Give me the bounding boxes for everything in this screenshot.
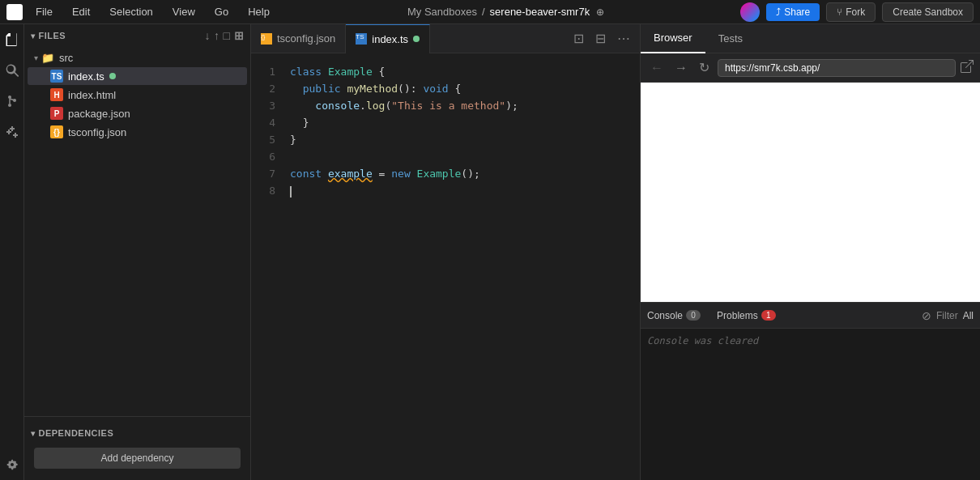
share-icon: ⤴ [776, 6, 781, 18]
file-name-index-html: index.html [68, 89, 116, 101]
console-pane: Console 0 Problems 1 ⊘ Filter All Consol… [641, 302, 980, 480]
tab-json-icon: {} [261, 33, 272, 45]
url-bar[interactable] [718, 59, 956, 77]
deps-chevron: ▾ [31, 429, 36, 438]
sandbox-name: serene-beaver-smr7k [490, 6, 590, 18]
file-name-package-json: package.json [68, 108, 130, 120]
tab-index-ts[interactable]: TS index.ts [346, 24, 430, 53]
split-editor-button[interactable]: ⊡ [570, 29, 587, 48]
code-line-4: } [290, 114, 640, 131]
code-content[interactable]: class Example { public myMethod(): void … [283, 53, 640, 480]
browser-pane: ← → ↻ [641, 53, 980, 302]
code-line-7: const example = new Example(); [290, 165, 640, 182]
menu-view[interactable]: View [169, 4, 198, 19]
folder-name: src [59, 52, 73, 64]
forward-button[interactable]: → [671, 59, 691, 77]
problems-badge: 1 [761, 310, 776, 321]
back-button[interactable]: ← [647, 59, 667, 77]
globe-icon: ⊕ [594, 6, 606, 18]
tab-modified-dot [413, 36, 420, 42]
tab-tsconfig-json[interactable]: {} tsconfig.json [251, 24, 346, 53]
code-line-2: public myMethod(): void { [290, 80, 640, 97]
menu-selection[interactable]: Selection [106, 4, 156, 19]
new-folder-icon[interactable]: ⊞ [234, 29, 245, 42]
fork-button[interactable]: ⑂ Fork [826, 2, 876, 22]
code-line-1: class Example { [290, 63, 640, 80]
code-line-6 [290, 148, 640, 165]
pkg-file-icon: P [50, 107, 63, 120]
sort-asc-icon[interactable]: ↑ [214, 29, 220, 42]
console-badge: 0 [686, 310, 701, 321]
dependencies-header[interactable]: ▾ Dependencies [24, 423, 250, 443]
menu-center: My Sandboxes / serene-beaver-smr7k ⊕ [273, 6, 740, 18]
menu-help[interactable]: Help [245, 4, 273, 19]
files-toolbar-icons: ↓ ↑ □ ⊞ [205, 29, 244, 42]
activity-files-icon[interactable] [3, 31, 21, 49]
json-file-icon: {} [50, 125, 63, 138]
all-filter-label[interactable]: All [963, 310, 974, 321]
tab-index-ts-label: index.ts [372, 33, 408, 45]
problems-tab[interactable]: Problems 1 [717, 310, 776, 321]
tab-browser[interactable]: Browser [641, 24, 705, 53]
menu-file[interactable]: File [32, 4, 56, 19]
folder-chevron: ▾ [34, 53, 38, 62]
fork-label: Fork [846, 6, 865, 18]
file-tree: ▾ 📁 src TS index.ts H index.html P packa… [24, 47, 250, 416]
tab-tests[interactable]: Tests [705, 24, 756, 53]
sort-desc-icon[interactable]: ↓ [205, 29, 211, 42]
activity-settings-icon[interactable] [3, 456, 21, 474]
share-button[interactable]: ⤴ Share [766, 3, 820, 21]
problems-label: Problems [717, 310, 758, 321]
sidebar: ▾ Files ↓ ↑ □ ⊞ ▾ 📁 src TS index.ts [24, 24, 251, 480]
code-line-5: } [290, 131, 640, 148]
file-tsconfig-json[interactable]: {} tsconfig.json [28, 123, 247, 141]
menu-go[interactable]: Go [211, 4, 232, 19]
console-cleared-message: Console was cleared [647, 335, 974, 346]
code-editor[interactable]: 1 2 3 4 5 6 7 8 class Example { public m… [251, 53, 640, 480]
menu-edit[interactable]: Edit [69, 4, 93, 19]
file-name-tsconfig-json: tsconfig.json [68, 126, 126, 138]
refresh-button[interactable]: ↻ [696, 58, 713, 77]
dependencies-label: Dependencies [39, 428, 114, 438]
console-toolbar: Console 0 Problems 1 ⊘ Filter All [641, 303, 980, 329]
console-label: Console [647, 310, 683, 321]
path-separator: / [482, 6, 485, 18]
files-section-header[interactable]: ▾ Files ↓ ↑ □ ⊞ [24, 24, 250, 47]
file-index-ts[interactable]: TS index.ts [28, 67, 247, 85]
fork-icon: ⑂ [837, 6, 842, 18]
tab-tsconfig-label: tsconfig.json [277, 32, 335, 45]
tab-ts-icon: TS [356, 33, 367, 45]
console-content: Console was cleared [641, 329, 980, 480]
more-actions-button[interactable]: ⋯ [614, 29, 633, 48]
menu-right: ⤴ Share ⑂ Fork Create Sandbox [740, 2, 974, 22]
menu-bar: File Edit Selection View Go Help My Sand… [0, 0, 980, 24]
editor-tabs: {} tsconfig.json TS index.ts ⊡ ⊟ ⋯ [251, 24, 640, 53]
create-sandbox-button[interactable]: Create Sandbox [882, 2, 974, 22]
activity-search-icon[interactable] [3, 62, 21, 79]
files-section-label: Files [39, 31, 66, 40]
line-numbers: 1 2 3 4 5 6 7 8 [251, 53, 283, 480]
html-file-icon: H [50, 88, 63, 101]
sandbox-path: My Sandboxes [407, 6, 477, 18]
add-dependency-button[interactable]: Add dependency [34, 448, 241, 469]
browser-toolbar: ← → ↻ [641, 53, 980, 83]
external-link-button[interactable] [961, 60, 974, 76]
clear-console-button[interactable]: ⊘ [922, 309, 931, 322]
console-tab[interactable]: Console 0 [647, 310, 701, 321]
new-file-icon[interactable]: □ [224, 29, 231, 42]
activity-bar [0, 24, 24, 480]
split-vertical-button[interactable]: ⊟ [592, 29, 609, 48]
folder-src[interactable]: ▾ 📁 src [28, 49, 247, 66]
editor-area: {} tsconfig.json TS index.ts ⊡ ⊟ ⋯ 1 2 3… [251, 24, 640, 480]
dependencies-section: ▾ Dependencies Add dependency [24, 416, 250, 480]
activity-git-icon[interactable] [3, 92, 21, 110]
avatar [740, 2, 760, 22]
console-filter: ⊘ Filter All [922, 309, 974, 322]
modified-indicator [109, 73, 116, 79]
file-index-html[interactable]: H index.html [28, 86, 247, 104]
right-panel-tabs: Browser Tests [641, 24, 980, 53]
share-label: Share [784, 6, 810, 18]
file-package-json[interactable]: P package.json [28, 104, 247, 122]
activity-extensions-icon[interactable] [3, 123, 21, 141]
code-line-8 [290, 182, 640, 199]
